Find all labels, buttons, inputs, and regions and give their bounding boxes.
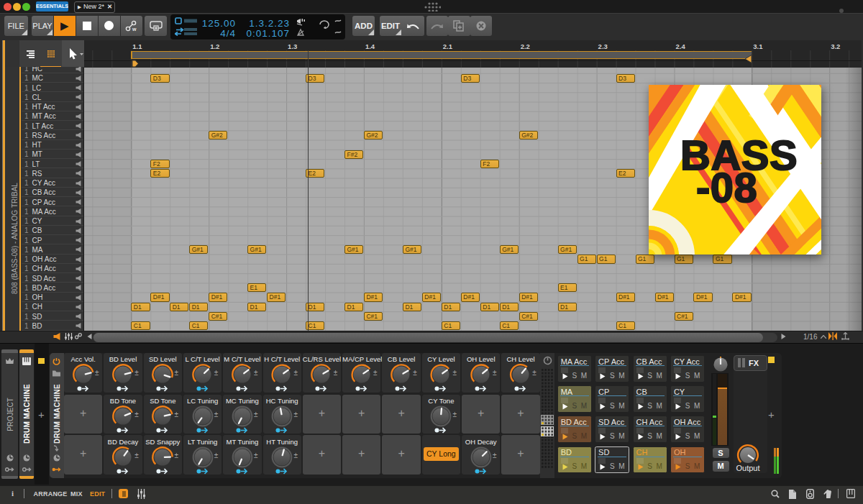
svg-text:-08: -08 <box>696 164 757 211</box>
svg-text:w: w <box>132 27 137 32</box>
